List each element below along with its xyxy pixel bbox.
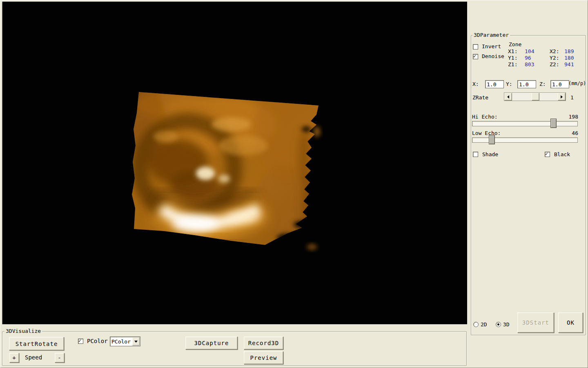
app-window: { "parameter_panel": { "title": "3DParam… — [0, 0, 588, 368]
speed-plus-button[interactable]: + — [9, 353, 19, 363]
pcolor-dropdown-value: PColor — [110, 339, 132, 345]
zrate-label: ZRate — [472, 94, 488, 101]
zone-z1-value: 803 — [525, 61, 534, 67]
preview-button[interactable]: Preview — [244, 351, 283, 364]
zone-x1-label: X1: — [508, 48, 517, 54]
scale-z-input[interactable] — [550, 80, 569, 88]
zone-y2-value: 180 — [564, 55, 574, 61]
shade-label: Shade — [482, 151, 498, 157]
ok-button[interactable]: OK — [558, 312, 583, 333]
zone-z2-value: 941 — [564, 61, 574, 67]
record-3d-button[interactable]: Record3D — [244, 337, 283, 350]
low-echo-slider-thumb[interactable] — [489, 135, 495, 144]
scale-y-input[interactable] — [517, 80, 536, 88]
shade-checkbox[interactable] — [473, 152, 478, 157]
zrate-scrollbar-thumb[interactable] — [532, 93, 539, 101]
mode-2d-radio[interactable] — [473, 322, 479, 327]
low-echo-label: Low Echo: — [472, 130, 501, 136]
hi-echo-slider-thumb[interactable] — [550, 119, 557, 128]
parameter-groupbox: 3DParameter Invert Denoise Zone X1: 104 … — [471, 35, 586, 335]
low-echo-slider[interactable] — [472, 137, 578, 143]
zrate-value: 1 — [570, 94, 574, 101]
scale-x-input[interactable] — [485, 80, 504, 88]
denoise-checkbox[interactable] — [473, 54, 478, 59]
hi-echo-label: Hi Echo: — [472, 114, 498, 120]
arrow-right-icon — [561, 95, 564, 99]
arrow-left-icon — [506, 95, 509, 99]
zone-z1-label: Z1: — [508, 61, 517, 67]
scale-y-label: Y: — [506, 81, 512, 87]
pcolor-checkbox[interactable] — [78, 339, 83, 344]
black-label: Black — [554, 151, 570, 157]
scale-x-label: X: — [472, 81, 479, 87]
zone-y1-value: 96 — [525, 55, 531, 61]
speed-minus-button[interactable]: - — [55, 353, 65, 363]
start-rotate-button[interactable]: StartRotate — [9, 337, 64, 350]
start-3d-button[interactable]: 3DStart — [517, 312, 554, 333]
pcolor-checkbox-label: PColor — [87, 338, 108, 344]
invert-label: Invert — [482, 43, 501, 49]
zone-x2-label: X2: — [550, 48, 559, 54]
zrate-scrollbar[interactable] — [504, 92, 566, 101]
zrate-scroll-left-button[interactable] — [504, 93, 512, 101]
zone-x2-value: 189 — [564, 48, 574, 54]
ultrasound-volume-render — [2, 2, 467, 324]
zone-z2-label: Z2: — [550, 61, 559, 67]
chevron-down-icon — [134, 341, 138, 344]
pcolor-dropdown-button[interactable] — [132, 337, 140, 346]
hi-echo-slider[interactable] — [472, 121, 578, 126]
zone-title: Zone — [509, 41, 521, 47]
hi-echo-value: 198 — [564, 114, 578, 120]
zrate-scroll-right-button[interactable] — [558, 93, 566, 101]
black-checkbox[interactable] — [545, 152, 550, 157]
mode-3d-radio[interactable] — [496, 322, 501, 327]
visualize-groupbox: 3DVisualize StartRotate + Speed - PColor… — [2, 331, 467, 366]
render-viewport[interactable] — [2, 2, 467, 324]
zone-y1-label: Y1: — [508, 55, 517, 61]
denoise-label: Denoise — [482, 53, 504, 59]
capture-3d-button[interactable]: 3DCapture — [185, 337, 238, 350]
parameter-panel-title: 3DParameter — [472, 32, 510, 38]
visualize-panel-title: 3DVisualize — [4, 328, 42, 334]
invert-checkbox[interactable] — [473, 44, 478, 49]
low-echo-value: 46 — [564, 130, 578, 136]
speed-label: Speed — [25, 355, 42, 361]
zone-y2-label: Y2: — [550, 55, 559, 61]
mode-3d-label: 3D — [503, 321, 510, 328]
mode-2d-label: 2D — [481, 321, 487, 328]
scale-unit-label: (mm/p) — [568, 81, 586, 87]
scale-z-label: Z: — [539, 81, 546, 87]
pcolor-dropdown[interactable]: PColor — [110, 337, 140, 346]
zone-x1-value: 104 — [525, 48, 534, 54]
